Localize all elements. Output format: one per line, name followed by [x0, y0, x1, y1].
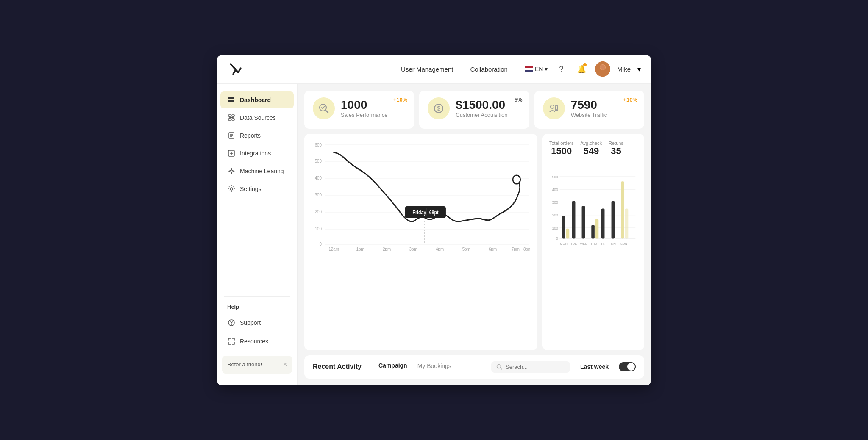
charts-row: 600 500 400 300 200 100 0: [304, 134, 644, 350]
stat-value-acquisition: $1500.00: [456, 98, 507, 112]
toggle-knob: [627, 363, 635, 371]
svg-text:400: 400: [552, 187, 558, 191]
search-input[interactable]: [506, 364, 565, 370]
help-section-label: Help: [217, 300, 297, 313]
svg-text:Friday: Friday: [412, 210, 426, 215]
svg-text:$: $: [437, 105, 440, 112]
sidebar-item-resources[interactable]: Resources: [220, 333, 294, 350]
user-avatar[interactable]: [595, 61, 610, 77]
tab-my-bookings[interactable]: My Bookings: [417, 363, 451, 371]
svg-text:12am: 12am: [328, 246, 339, 250]
svg-text:THU: THU: [590, 241, 597, 245]
svg-line-94: [501, 368, 502, 369]
sidebar: Dashboard Data Sour: [217, 84, 298, 385]
nav-user-management[interactable]: User Management: [401, 66, 453, 73]
svg-text:6pm: 6pm: [489, 246, 497, 250]
svg-text:WED: WED: [580, 241, 588, 245]
stat-change-traffic: +10%: [623, 97, 637, 103]
flag-icon: [525, 66, 533, 72]
refer-close-button[interactable]: ×: [283, 361, 287, 368]
header-actions: EN ▾ ? 🔔 Mike ▾: [525, 61, 641, 77]
integrations-icon: [227, 149, 236, 158]
refer-card: Refer a friend! ×: [222, 356, 292, 374]
sidebar-label-data-sources: Data Sources: [240, 114, 276, 121]
notification-dot: [583, 63, 587, 66]
svg-rect-80: [591, 225, 595, 238]
line-chart-card: 600 500 400 300 200 100 0: [304, 134, 537, 350]
stat-label-sales: Sales Performance: [341, 112, 388, 118]
sidebar-item-reports[interactable]: Reports: [220, 127, 294, 144]
svg-text:SAT: SAT: [611, 241, 617, 245]
svg-rect-81: [595, 219, 599, 238]
svg-rect-13: [232, 115, 234, 116]
svg-text:600: 600: [315, 142, 322, 147]
svg-rect-76: [562, 216, 565, 238]
bar-chart-svg: 500 400 300 200 100 0: [549, 162, 637, 263]
svg-rect-8: [228, 97, 231, 99]
tab-campaign[interactable]: Campaign: [378, 362, 407, 371]
svg-text:1pm: 1pm: [356, 246, 364, 250]
stat-icon-sales: [313, 97, 335, 119]
svg-text:TUE: TUE: [570, 241, 577, 245]
svg-text:200: 200: [315, 209, 322, 214]
svg-rect-9: [231, 97, 234, 99]
svg-point-33: [555, 105, 558, 108]
svg-text:3pm: 3pm: [409, 246, 417, 250]
sidebar-item-settings[interactable]: Settings: [220, 180, 294, 197]
period-toggle[interactable]: [619, 362, 636, 371]
svg-text:0: 0: [320, 241, 322, 246]
stat-row-traffic: 7590 Website Traffic: [543, 97, 636, 119]
line-chart-svg: 600 500 400 300 200 100 0: [311, 141, 531, 251]
sidebar-item-dashboard[interactable]: Dashboard: [220, 91, 294, 108]
sparkle-icon: [227, 167, 236, 175]
bar-top-stats: Total orders 1500 Avg.check 549 Retuns 3…: [549, 141, 637, 157]
settings-icon: [227, 185, 236, 193]
svg-text:200: 200: [552, 213, 558, 217]
bar-stat-returns: Retuns 35: [609, 141, 623, 157]
sidebar-nav: Dashboard Data Sour: [217, 91, 297, 293]
svg-text:500: 500: [552, 174, 558, 179]
user-chevron: ▾: [637, 65, 641, 73]
stat-icon-acquisition: $: [428, 97, 450, 119]
svg-text:SUN: SUN: [620, 241, 627, 245]
lang-label: EN: [535, 66, 543, 72]
sidebar-divider: [224, 296, 290, 297]
svg-text:2pm: 2pm: [383, 246, 391, 250]
bar-chart-card: Total orders 1500 Avg.check 549 Retuns 3…: [542, 134, 644, 350]
sidebar-label-reports: Reports: [240, 132, 261, 139]
logo-icon[interactable]: [227, 61, 244, 77]
svg-point-28: [231, 324, 232, 325]
svg-text:68pt: 68pt: [429, 210, 439, 215]
stat-label-acquisition: Customer Acquisition: [456, 112, 507, 118]
svg-text:8pn: 8pn: [523, 246, 531, 250]
user-name[interactable]: Mike: [617, 66, 631, 73]
sidebar-item-integrations[interactable]: Integrations: [220, 145, 294, 162]
support-icon: [227, 318, 236, 327]
svg-text:5pm: 5pm: [462, 246, 470, 250]
svg-rect-14: [228, 119, 231, 120]
svg-line-3: [238, 68, 241, 72]
sidebar-label-integrations: Integrations: [240, 150, 271, 157]
bar-stat-avg-label: Avg.check: [580, 141, 602, 146]
svg-rect-12: [228, 115, 231, 116]
svg-rect-84: [621, 181, 624, 238]
stat-change-sales: +10%: [393, 97, 408, 103]
sidebar-item-data-sources[interactable]: Data Sources: [220, 109, 294, 126]
help-button[interactable]: ?: [554, 62, 568, 76]
bar-stat-orders-label: Total orders: [549, 141, 573, 146]
svg-text:500: 500: [315, 158, 322, 163]
notification-button[interactable]: 🔔: [575, 62, 588, 76]
sidebar-item-support[interactable]: Support: [220, 314, 294, 331]
language-selector[interactable]: EN ▾: [525, 66, 548, 72]
data-sources-icon: [227, 113, 236, 122]
svg-point-93: [497, 365, 501, 368]
svg-point-32: [551, 105, 554, 108]
svg-text:0: 0: [556, 236, 558, 241]
nav-collaboration[interactable]: Collaboration: [470, 66, 507, 73]
stat-icon-traffic: [543, 97, 565, 119]
sidebar-item-machine-learning[interactable]: Machine Learing: [220, 163, 294, 180]
search-icon: [496, 364, 502, 370]
svg-text:100: 100: [315, 226, 322, 231]
stat-cards-row: +10% 1000 Sales Performance: [304, 91, 644, 129]
refer-label: Refer a friend!: [227, 361, 262, 368]
